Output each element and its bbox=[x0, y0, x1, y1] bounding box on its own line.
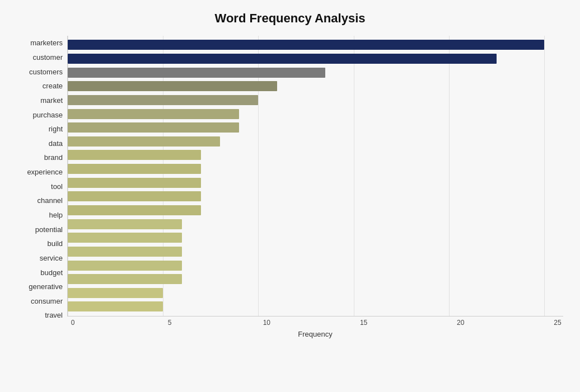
bar-row bbox=[68, 108, 563, 120]
y-label: experience bbox=[27, 168, 63, 176]
bar-row bbox=[68, 191, 563, 202]
y-label: right bbox=[49, 125, 63, 133]
y-label: customer bbox=[33, 54, 63, 61]
bar-rows bbox=[68, 36, 563, 316]
chart-container: Word Frequency Analysis marketerscustome… bbox=[0, 0, 580, 392]
chart-title: Word Frequency Analysis bbox=[17, 11, 563, 26]
x-tick: 25 bbox=[552, 319, 563, 327]
y-label: purchase bbox=[33, 111, 63, 119]
bar bbox=[68, 178, 201, 188]
bar-row bbox=[68, 149, 563, 160]
bar-row bbox=[68, 246, 563, 257]
bar bbox=[68, 164, 201, 174]
bar bbox=[68, 233, 182, 243]
y-label: marketers bbox=[30, 39, 63, 46]
bar-row bbox=[68, 136, 563, 147]
x-tick: 20 bbox=[455, 319, 466, 327]
bar bbox=[68, 261, 182, 271]
bar bbox=[68, 205, 201, 215]
y-label: generative bbox=[29, 283, 63, 290]
y-label: service bbox=[40, 254, 63, 262]
bar bbox=[68, 54, 497, 64]
bar-row bbox=[68, 260, 563, 271]
x-tick: 0 bbox=[67, 319, 78, 327]
x-tick: 5 bbox=[164, 319, 175, 327]
y-label: tool bbox=[51, 183, 63, 190]
y-label: budget bbox=[40, 269, 63, 276]
bars-area bbox=[67, 36, 563, 317]
bar-row bbox=[68, 39, 563, 50]
y-label: data bbox=[49, 140, 63, 147]
y-label: travel bbox=[45, 311, 63, 319]
bar-row bbox=[68, 67, 563, 78]
bar-row bbox=[68, 301, 563, 312]
bar-row bbox=[68, 122, 563, 133]
bar bbox=[68, 288, 163, 298]
bar bbox=[68, 136, 220, 147]
bars-section: 0510152025 Frequency bbox=[67, 36, 563, 338]
bar bbox=[68, 68, 325, 78]
bar bbox=[68, 191, 201, 201]
x-tick: 15 bbox=[358, 319, 369, 327]
y-label: consumer bbox=[31, 297, 63, 305]
bar-row bbox=[68, 95, 563, 106]
y-label: brand bbox=[44, 154, 63, 161]
chart-area: marketerscustomercustomerscreatemarketpu… bbox=[17, 36, 563, 338]
bar bbox=[68, 122, 239, 133]
bar-row bbox=[68, 219, 563, 230]
bar-row bbox=[68, 53, 563, 64]
bar-row bbox=[68, 163, 563, 174]
y-label: potential bbox=[35, 226, 63, 233]
y-axis-labels: marketerscustomercustomerscreatemarketpu… bbox=[17, 36, 67, 338]
bar bbox=[68, 95, 258, 105]
bar-row bbox=[68, 205, 563, 216]
y-label: build bbox=[48, 240, 63, 247]
x-axis-label: Frequency bbox=[67, 330, 563, 338]
bar bbox=[68, 150, 201, 160]
bar-row bbox=[68, 273, 563, 285]
bar bbox=[68, 219, 182, 229]
bar-row bbox=[68, 287, 563, 299]
bar bbox=[68, 81, 277, 91]
bar bbox=[68, 274, 182, 284]
x-tick: 10 bbox=[261, 319, 272, 327]
bar bbox=[68, 40, 544, 50]
y-label: customers bbox=[29, 68, 63, 75]
bar-row bbox=[68, 81, 563, 92]
bar bbox=[68, 109, 239, 119]
bar-row bbox=[68, 232, 563, 243]
y-label: channel bbox=[37, 197, 63, 204]
y-label: market bbox=[40, 97, 63, 104]
y-label: help bbox=[49, 211, 63, 219]
bar bbox=[68, 247, 182, 257]
bar bbox=[68, 301, 163, 311]
y-label: create bbox=[43, 82, 63, 89]
x-axis-ticks: 0510152025 bbox=[67, 317, 563, 327]
bar-row bbox=[68, 177, 563, 188]
